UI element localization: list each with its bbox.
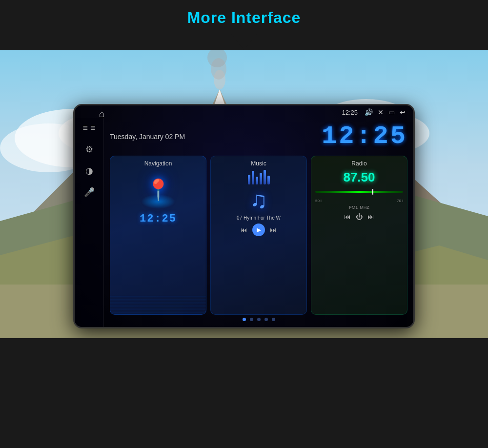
status-time: 12:25	[342, 109, 358, 116]
device-frame: ⌂ 12:25 🔊 ✕ ▭ ↩ ≡ ≡ ⚙ ◑ 🎤	[73, 104, 415, 328]
bar-5	[264, 170, 266, 184]
radio-next-button[interactable]: ⏭	[367, 213, 374, 221]
music-bars	[248, 170, 270, 184]
landscape-section: ⌂ 12:25 🔊 ✕ ▭ ↩ ≡ ≡ ⚙ ◑ 🎤	[0, 50, 488, 338]
radio-tuner	[315, 187, 403, 197]
music-play-button[interactable]: ▶	[252, 224, 265, 236]
radio-scale-labels: 50 l 70 l	[315, 199, 403, 203]
radio-power-button[interactable]: ⏻	[356, 213, 363, 221]
dot-4[interactable]	[264, 318, 268, 321]
datetime-row: Tuesday, January 02 PM 12:25	[110, 122, 407, 151]
volume-icon[interactable]: 🔊	[365, 108, 373, 116]
tuner-bar	[315, 191, 403, 193]
dot-2[interactable]	[250, 318, 253, 321]
bar-1	[248, 175, 250, 184]
radio-prev-button[interactable]: ⏮	[344, 213, 351, 221]
sidebar-icon-mic[interactable]: 🎤	[84, 187, 95, 198]
wave-pattern	[110, 295, 206, 314]
nav-clock: 12:25	[140, 213, 177, 225]
main-content: ≡ ≡ ⚙ ◑ 🎤 Tuesday, January 02 PM 12:25	[75, 118, 413, 327]
window-icon[interactable]: ▭	[388, 108, 395, 116]
scale-right: 70 l	[397, 199, 403, 203]
bar-2	[252, 171, 254, 184]
close-icon[interactable]: ✕	[378, 108, 384, 116]
navigation-card[interactable]: Navigation 📍 12:25	[110, 156, 206, 315]
radio-band-label: FM1	[349, 205, 358, 210]
status-bar: ⌂ 12:25 🔊 ✕ ▭ ↩	[75, 105, 413, 118]
date-text: Tuesday, January 02 PM	[110, 133, 185, 141]
bar-4	[260, 173, 262, 184]
page-title: More Interface	[0, 9, 488, 27]
dot-3[interactable]	[257, 318, 261, 321]
scale-left: 50 l	[315, 199, 322, 203]
radio-controls: ⏮ ⏻ ⏭	[344, 213, 374, 221]
radio-card[interactable]: Radio 87.50 50 l 70 l	[311, 156, 407, 315]
sidebar-icon-settings[interactable]: ⚙	[85, 144, 93, 155]
music-card-title: Music	[251, 160, 266, 167]
radio-unit-label: MHZ	[360, 205, 369, 210]
sidebar-icon-equalizer[interactable]: ≡ ≡	[82, 123, 95, 133]
radio-band: FM1 MHZ	[349, 205, 369, 210]
music-next-button[interactable]: ⏭	[270, 226, 277, 234]
music-card[interactable]: Music ♫ 07 Hymn For The W	[210, 156, 307, 315]
arrow-pointer	[230, 33, 258, 50]
music-controls: ⏮ ▶ ⏭	[241, 224, 277, 236]
nav-pin-icon: 📍	[145, 178, 171, 202]
dot-5[interactable]	[272, 318, 275, 321]
sidebar: ≡ ≡ ⚙ ◑ 🎤	[75, 118, 104, 327]
bar-3	[256, 177, 258, 184]
dot-1[interactable]	[243, 318, 246, 321]
music-track: 07 Hymn For The W	[237, 215, 281, 221]
tuner-needle	[372, 189, 373, 195]
music-note-icon: ♫	[250, 186, 267, 213]
header: More Interface	[0, 0, 488, 33]
sidebar-icon-contrast[interactable]: ◑	[85, 165, 93, 176]
back-icon[interactable]: ↩	[400, 108, 406, 116]
cards-row: Navigation 📍 12:25 Music	[110, 156, 407, 315]
big-clock: 12:25	[322, 122, 407, 151]
music-prev-button[interactable]: ⏮	[241, 226, 247, 234]
center-display: Tuesday, January 02 PM 12:25 Navigation …	[104, 118, 413, 327]
radio-frequency: 87.50	[343, 170, 375, 185]
bar-6	[267, 176, 270, 184]
nav-pin-container: 📍	[139, 170, 178, 209]
dots-indicator	[110, 315, 407, 323]
radio-card-title: Radio	[351, 160, 366, 167]
home-icon[interactable]: ⌂	[99, 108, 105, 119]
device-screen: ⌂ 12:25 🔊 ✕ ▭ ↩ ≡ ≡ ⚙ ◑ 🎤	[75, 105, 413, 327]
nav-card-title: Navigation	[144, 160, 172, 167]
